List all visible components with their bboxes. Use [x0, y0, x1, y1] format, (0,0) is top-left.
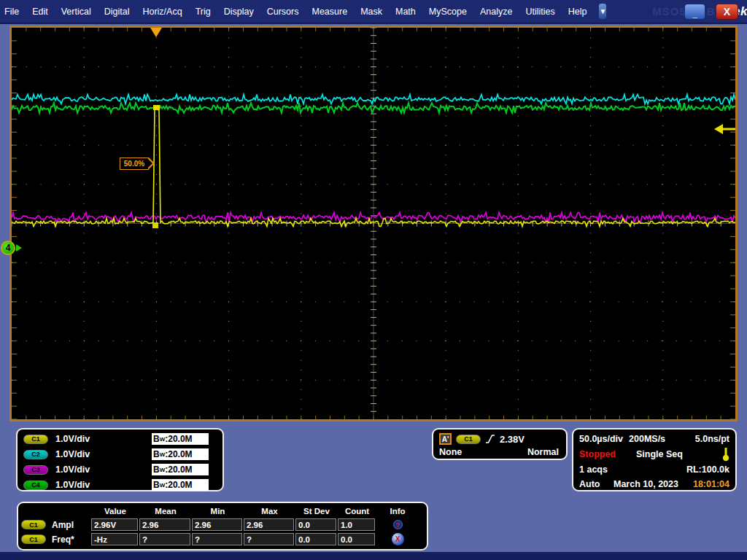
marker-pin-icon: [722, 448, 729, 462]
trigger-a-icon: A': [439, 433, 452, 445]
meas1-name: Ampl: [52, 520, 74, 530]
menu-overflow-button[interactable]: ▼: [598, 3, 607, 20]
col-info: Info: [376, 507, 419, 516]
menu-bar: File Edit Vertical Digital Horiz/Acq Tri…: [0, 0, 747, 24]
channel-readout-panel[interactable]: C1 1.0V/div BW:20.0M C2 1.0V/div BW:20.0…: [16, 428, 224, 491]
menu-math[interactable]: Math: [391, 0, 420, 23]
channel4-reference-badge[interactable]: 4: [1, 241, 15, 255]
meas1-max: 2.96: [244, 518, 294, 531]
c4-scale: 1.0V/div: [55, 480, 90, 490]
help-icon[interactable]: ?: [393, 520, 403, 529]
menu-cursors[interactable]: Cursors: [263, 0, 303, 23]
meas2-count: 0.0: [338, 533, 375, 545]
meas2-stdev: 0.0: [295, 533, 336, 545]
trigger-source-badge[interactable]: C1: [456, 435, 481, 444]
graticule: 50.0%: [9, 26, 738, 421]
menu-edit[interactable]: Edit: [28, 0, 53, 23]
menu-digital[interactable]: Digital: [100, 0, 134, 23]
menu-measure[interactable]: Measure: [307, 0, 352, 23]
meas1-stdev: 0.0: [295, 518, 336, 531]
meas2-value: -Hz: [91, 533, 138, 545]
channel-row-c3[interactable]: C3 1.0V/div BW:20.0M: [23, 462, 90, 477]
channel-row-c2[interactable]: C2 1.0V/div BW:20.0M: [23, 447, 90, 462]
menu-myscope[interactable]: MyScope: [425, 0, 471, 23]
measurements-panel[interactable]: Value Mean Min Max St Dev Count Info C1 …: [17, 502, 428, 551]
trigger-level-value: 2.38V: [500, 434, 525, 445]
menu-trig[interactable]: Trig: [191, 0, 215, 23]
meas2-min: ?: [192, 533, 242, 545]
time: 18:01:04: [693, 479, 729, 489]
meas2-max: ?: [244, 533, 294, 545]
trigger-mode-left: None: [439, 447, 462, 457]
acq-status: Stopped: [579, 449, 616, 459]
menu-utilities[interactable]: Utilities: [521, 0, 559, 23]
channel-row-c1[interactable]: C1 1.0V/div BW:20.0M: [23, 432, 90, 446]
sample-rate: 200MS/s: [629, 434, 665, 444]
meas2-mean: ?: [139, 533, 190, 545]
trigger-level-flag[interactable]: 50.0%: [120, 158, 149, 170]
trigger-mode-right: Normal: [527, 447, 559, 457]
channel-row-c4[interactable]: C4 1.0V/div BW:20.0M: [23, 478, 90, 492]
acq-mode: Single Seq: [636, 449, 683, 459]
date: March 10, 2023: [614, 479, 678, 489]
menu-help[interactable]: Help: [564, 0, 592, 23]
menu-mask[interactable]: Mask: [356, 0, 387, 23]
c4-badge[interactable]: C4: [23, 481, 48, 490]
measurement-row-ampl[interactable]: C1 Ampl 2.96V 2.96 2.96 2.96 0.0 1.0 ?: [21, 518, 419, 531]
horizontal-readout-panel[interactable]: 50.0µs/div 200MS/s 5.0ns/pt Stopped Sing…: [572, 428, 737, 491]
meas1-count: 1.0: [338, 518, 375, 531]
c1-badge[interactable]: C1: [23, 435, 48, 444]
c3-scale: 1.0V/div: [55, 464, 90, 475]
sample-resolution: 5.0ns/pt: [695, 434, 729, 444]
col-max: Max: [244, 507, 295, 516]
meas1-mean: 2.96: [139, 518, 190, 531]
meas2-name: Freq*: [52, 534, 74, 545]
meas1-value: 2.96V: [91, 518, 138, 531]
bottom-strip: [0, 552, 747, 560]
measurement-row-freq[interactable]: C1 Freq* -Hz ? ? ? 0.0 0.0 X: [21, 533, 419, 545]
menu-vertical[interactable]: Vertical: [57, 0, 96, 23]
menu-horiz-acq[interactable]: Horiz/Acq: [138, 0, 186, 23]
trigger-mode: Auto: [579, 479, 600, 489]
menu-analyze[interactable]: Analyze: [476, 0, 516, 23]
horizontal-scale: 50.0µs/div: [579, 434, 623, 444]
error-icon[interactable]: X: [392, 533, 404, 545]
measurements-header-row: Value Mean Min Max St Dev Count Info: [21, 505, 419, 517]
trigger-readout-panel[interactable]: A' C1 2.38V None Normal: [432, 428, 568, 460]
menu-display[interactable]: Display: [220, 0, 258, 23]
close-icon[interactable]: X: [716, 4, 738, 20]
col-count: Count: [338, 507, 376, 516]
chevron-down-icon: ▼: [599, 7, 606, 15]
minimize-button[interactable]: _: [684, 4, 705, 20]
col-value: Value: [91, 507, 139, 516]
c2-bandwidth: BW:20.0M: [152, 448, 209, 460]
menu-file[interactable]: File: [0, 0, 23, 23]
c4-bandwidth: BW:20.0M: [152, 479, 209, 491]
rising-edge-icon: [485, 433, 495, 445]
meas1-min: 2.96: [192, 518, 242, 531]
c3-bandwidth: BW:20.0M: [152, 464, 209, 475]
c1-bandwidth: BW:20.0M: [152, 433, 209, 445]
c2-scale: 1.0V/div: [55, 449, 90, 459]
waveform-plot: [12, 28, 735, 419]
waveform-display-area: 50.0% 4: [0, 24, 747, 424]
col-mean: Mean: [139, 507, 192, 516]
meas2-source-badge[interactable]: C1: [21, 534, 46, 544]
record-length: RL:100.0k: [686, 464, 729, 475]
col-stdev: St Dev: [295, 507, 338, 516]
c1-scale: 1.0V/div: [55, 434, 90, 444]
acq-count: 1 acqs: [579, 464, 608, 475]
meas1-source-badge[interactable]: C1: [21, 520, 46, 529]
c3-badge[interactable]: C3: [23, 465, 48, 475]
c2-badge[interactable]: C2: [23, 450, 48, 459]
channel4-reference-arrow-icon: [16, 244, 22, 252]
col-min: Min: [192, 507, 244, 516]
